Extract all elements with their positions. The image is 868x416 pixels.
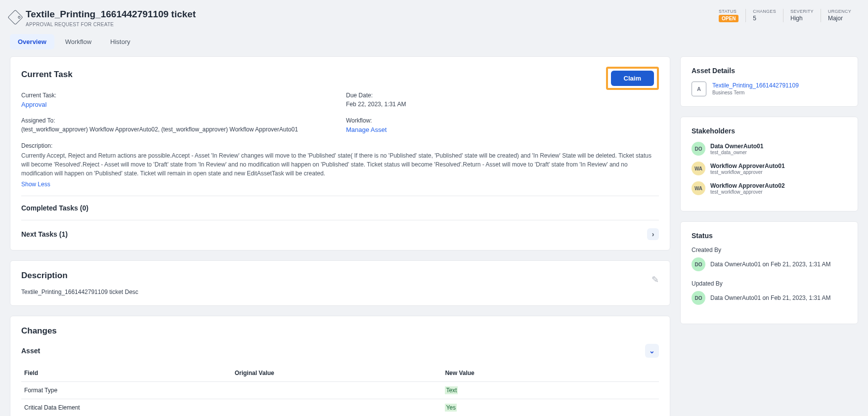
divider	[21, 220, 659, 220]
current-task-value-link[interactable]: Approval	[21, 101, 46, 108]
edit-description-button[interactable]: ✎	[651, 274, 659, 285]
stakeholder-role: test_workflow_approver	[710, 169, 785, 175]
avatar: DO	[692, 142, 705, 156]
new-value-badge: Text	[445, 386, 458, 394]
cell-field: Critical Data Element	[21, 399, 232, 416]
list-item: WAWorkflow ApproverAuto02test_workflow_a…	[692, 181, 847, 195]
description-card: Description ✎ Textile_Printing_166144279…	[10, 260, 670, 306]
updated-by-label: Updated By	[692, 280, 847, 287]
tab-overview[interactable]: Overview	[10, 34, 54, 49]
list-item: DOData OwnerAuto01test_data_owner	[692, 142, 847, 156]
changes-table: Field Original Value New Value Format Ty…	[21, 365, 659, 416]
metric-severity: SEVERITY High	[783, 9, 821, 22]
metric-changes-value: 5	[753, 15, 776, 22]
tab-bar: Overview Workflow History	[10, 34, 858, 49]
stakeholder-role: test_data_owner	[710, 150, 763, 155]
current-task-heading: Current Task	[21, 70, 73, 80]
stakeholders-heading: Stakeholders	[692, 127, 847, 135]
workflow-value-link[interactable]: Manage Asset	[346, 126, 387, 133]
changes-asset-label: Asset	[21, 347, 40, 355]
chevron-down-icon: ⌄	[649, 347, 655, 355]
changes-card: Changes Asset ⌄ Field Original Value New…	[10, 316, 670, 416]
asset-details-heading: Asset Details	[692, 67, 847, 75]
asset-details-card: Asset Details A Textile_Printing_1661442…	[680, 56, 858, 107]
claim-button[interactable]: Claim	[611, 71, 654, 86]
cell-original	[232, 382, 442, 399]
stakeholders-card: Stakeholders DOData OwnerAuto01test_data…	[680, 117, 858, 211]
new-value-badge: Yes	[445, 404, 457, 412]
metric-status-label: STATUS	[719, 9, 738, 14]
changes-heading: Changes	[21, 326, 659, 336]
created-by-label: Created By	[692, 247, 847, 253]
next-tasks-expand-button[interactable]: ›	[647, 228, 659, 240]
metric-urgency: URGENCY Major	[821, 9, 858, 22]
stakeholder-name: Workflow ApproverAuto01	[710, 163, 785, 169]
status-badge: OPEN	[719, 15, 738, 22]
cell-original	[232, 399, 442, 416]
due-date-value: Feb 22, 2023, 1:31 AM	[346, 101, 659, 108]
header-metrics: STATUS OPEN CHANGES 5 SEVERITY High URGE…	[712, 9, 858, 22]
cell-new: Yes	[442, 399, 659, 416]
completed-tasks-heading: Completed Tasks (0)	[21, 204, 88, 212]
col-new: New Value	[442, 365, 659, 382]
metric-changes: CHANGES 5	[745, 9, 783, 22]
asset-type-icon: A	[692, 82, 706, 96]
table-row: Critical Data ElementYes	[21, 399, 659, 416]
stakeholder-role: test_workflow_approver	[710, 189, 785, 195]
workflow-label: Workflow:	[346, 117, 659, 124]
pencil-icon: ✎	[651, 275, 659, 285]
created-by-text: Data OwnerAuto01 on Feb 21, 2023, 1:31 A…	[710, 261, 831, 268]
changes-asset-toggle[interactable]: ⌄	[645, 344, 659, 358]
stakeholder-name: Data OwnerAuto01	[710, 143, 763, 150]
metric-severity-value: High	[790, 15, 814, 22]
cell-new: Text	[442, 382, 659, 399]
assigned-to-label: Assigned To:	[21, 117, 334, 124]
assigned-to-value: (test_workflow_approver) Workflow Approv…	[21, 126, 334, 133]
next-tasks-heading: Next Tasks (1)	[21, 230, 68, 238]
list-item: WAWorkflow ApproverAuto01test_workflow_a…	[692, 162, 847, 175]
avatar: DO	[692, 257, 705, 271]
status-card: Status Created By DO Data OwnerAuto01 on…	[680, 221, 858, 324]
page-header: Textile_Printing_1661442791109 ticket AP…	[10, 9, 858, 27]
divider	[21, 196, 659, 196]
col-original: Original Value	[232, 365, 442, 382]
show-less-toggle[interactable]: Show Less	[21, 181, 50, 188]
metric-changes-label: CHANGES	[753, 9, 776, 14]
status-heading: Status	[692, 232, 847, 240]
metric-urgency-value: Major	[828, 15, 851, 22]
task-description-value: Currently Accept, Reject and Return acti…	[21, 151, 659, 178]
chevron-right-icon: ›	[652, 230, 654, 238]
table-row: Format TypeText	[21, 382, 659, 399]
due-date-label: Due Date:	[346, 92, 659, 99]
metric-urgency-label: URGENCY	[828, 9, 851, 14]
claim-highlight-box: Claim	[606, 67, 659, 90]
current-task-label: Current Task:	[21, 92, 334, 99]
avatar: DO	[692, 291, 705, 305]
col-field: Field	[21, 365, 232, 382]
ticket-icon	[7, 9, 23, 25]
current-task-card: Current Task Claim Current Task: Approva…	[10, 56, 670, 250]
description-body: Textile_Printing_1661442791109 ticket De…	[21, 289, 659, 295]
page-title: Textile_Printing_1661442791109 ticket	[26, 9, 196, 20]
description-heading: Description	[21, 271, 68, 281]
asset-subtitle: Business Term	[712, 90, 799, 95]
asset-link[interactable]: Textile_Printing_1661442791109	[712, 82, 799, 89]
cell-field: Format Type	[21, 382, 232, 399]
avatar: WA	[692, 181, 705, 195]
page-subtitle: APPROVAL REQUEST FOR CREATE	[26, 22, 196, 27]
task-description-label: Description:	[21, 142, 659, 149]
stakeholder-name: Workflow ApproverAuto02	[710, 182, 785, 189]
tab-history[interactable]: History	[102, 34, 138, 49]
tab-workflow[interactable]: Workflow	[57, 34, 99, 49]
metric-severity-label: SEVERITY	[790, 9, 814, 14]
updated-by-text: Data OwnerAuto01 on Feb 21, 2023, 1:31 A…	[710, 294, 831, 301]
avatar: WA	[692, 162, 705, 175]
metric-status: STATUS OPEN	[712, 9, 745, 22]
